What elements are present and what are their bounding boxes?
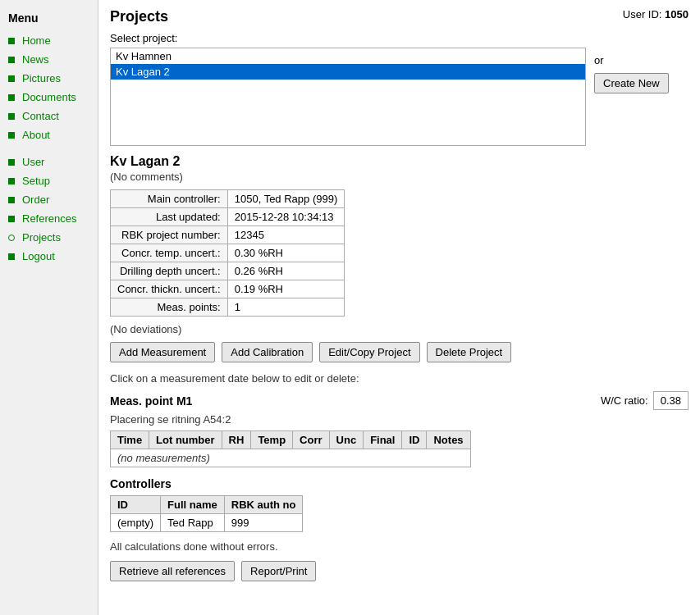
col-lot-number: Lot number <box>149 431 222 449</box>
page-header: Projects User ID: 1050 <box>110 8 689 25</box>
bullet-icon <box>8 38 15 44</box>
col-rh: RH <box>222 431 251 449</box>
bullet-icon <box>8 159 15 166</box>
field-value: 0.19 %RH <box>227 280 345 298</box>
sidebar-item-contact[interactable]: Contact <box>0 107 98 125</box>
main-content: Projects User ID: 1050 Select project: K… <box>98 0 700 615</box>
controller-name: Ted Rapp <box>161 514 225 532</box>
table-row: Last updated: 2015-12-28 10:34:13 <box>111 208 345 226</box>
bottom-buttons-group: Retrieve all references Report/Print <box>110 561 689 581</box>
controllers-section-title: Controllers <box>110 477 689 490</box>
circle-bullet-icon <box>8 235 15 241</box>
project-comments: (No comments) <box>110 171 689 183</box>
project-item-kv-hamnen[interactable]: Kv Hamnen <box>111 48 585 64</box>
user-id-display: User ID: 1050 <box>623 8 689 20</box>
bullet-icon <box>8 216 15 222</box>
table-row: Drilling depth uncert.: 0.26 %RH <box>111 262 345 280</box>
report-print-button[interactable]: Report/Print <box>241 561 316 581</box>
project-item-kv-lagan2[interactable]: Kv Lagan 2 <box>111 64 585 80</box>
sidebar-item-home[interactable]: Home <box>0 31 98 50</box>
col-corr: Corr <box>293 431 329 449</box>
bullet-icon <box>8 178 15 184</box>
retrieve-references-button[interactable]: Retrieve all references <box>110 561 235 581</box>
col-time: Time <box>111 431 149 449</box>
field-label: RBK project number: <box>111 226 228 244</box>
sidebar-item-projects[interactable]: Projects <box>0 228 98 247</box>
sidebar-item-pictures[interactable]: Pictures <box>0 69 98 88</box>
bullet-icon <box>8 253 15 260</box>
or-text: or <box>594 51 604 66</box>
click-hint: Click on a measurement date below to edi… <box>110 372 689 385</box>
project-name: Kv Lagan 2 <box>110 154 689 169</box>
sidebar-item-news[interactable]: News <box>0 50 98 69</box>
sidebar-item-setup[interactable]: Setup <box>0 171 98 190</box>
field-value: 0.26 %RH <box>227 262 345 280</box>
measurement-header: Meas. point M1 W/C ratio: 0.38 <box>110 391 689 410</box>
col-final: Final <box>364 431 402 449</box>
measurements-table: Time Lot number RH Temp Corr Unc Final I… <box>110 430 471 467</box>
bullet-icon <box>8 113 15 120</box>
table-row: (no measurements) <box>111 449 471 467</box>
bullet-icon <box>8 132 15 139</box>
wc-ratio-value: 0.38 <box>653 391 689 410</box>
field-label: Concr. thickn. uncert.: <box>111 280 228 298</box>
action-buttons-group: Add Measurement Add Calibration Edit/Cop… <box>110 342 689 362</box>
table-header-row: ID Full name RBK auth no <box>111 496 303 514</box>
sidebar: Menu Home News Pictures Documents Contac… <box>0 0 98 615</box>
field-value: 12345 <box>227 226 345 244</box>
sidebar-item-documents[interactable]: Documents <box>0 88 98 107</box>
controllers-table: ID Full name RBK auth no (empty) Ted Rap… <box>110 495 303 532</box>
project-selection-area: Kv Hamnen Kv Lagan 2 or Create New <box>110 48 689 146</box>
sidebar-item-about[interactable]: About <box>0 125 98 144</box>
controller-id: (empty) <box>111 514 161 532</box>
bullet-icon <box>8 57 15 63</box>
table-row: RBK project number: 12345 <box>111 226 345 244</box>
field-value: 1 <box>227 298 345 317</box>
create-new-button[interactable]: Create New <box>594 73 669 93</box>
bullet-icon <box>8 94 15 101</box>
table-row: Concr. temp. uncert.: 0.30 %RH <box>111 244 345 262</box>
col-full-name: Full name <box>161 496 225 514</box>
table-row: (empty) Ted Rapp 999 <box>111 514 303 532</box>
table-row: Meas. points: 1 <box>111 298 345 317</box>
delete-project-button[interactable]: Delete Project <box>427 342 512 362</box>
add-measurement-button[interactable]: Add Measurement <box>110 342 215 362</box>
measurement-title: Meas. point M1 <box>110 394 192 408</box>
field-value: 2015-12-28 10:34:13 <box>227 208 345 226</box>
col-temp: Temp <box>251 431 293 449</box>
col-unc: Unc <box>329 431 364 449</box>
col-rbk-auth: RBK auth no <box>224 496 303 514</box>
col-id: ID <box>402 431 427 449</box>
wc-ratio-display: W/C ratio: 0.38 <box>601 391 689 410</box>
field-label: Concr. temp. uncert.: <box>111 244 228 262</box>
field-label: Meas. points: <box>111 298 228 317</box>
wc-ratio-label: W/C ratio: <box>601 394 648 407</box>
sidebar-item-logout[interactable]: Logout <box>0 247 98 266</box>
col-notes: Notes <box>427 431 470 449</box>
edit-copy-project-button[interactable]: Edit/Copy Project <box>319 342 419 362</box>
sidebar-item-user[interactable]: User <box>0 153 98 171</box>
field-label: Main controller: <box>111 190 228 208</box>
sidebar-item-references[interactable]: References <box>0 209 98 228</box>
table-row: Main controller: 1050, Ted Rapp (999) <box>111 190 345 208</box>
sidebar-item-order[interactable]: Order <box>0 190 98 209</box>
table-header-row: Time Lot number RH Temp Corr Unc Final I… <box>111 431 471 449</box>
select-project-label: Select project: <box>110 32 689 44</box>
project-info-table: Main controller: 1050, Ted Rapp (999) La… <box>110 189 345 317</box>
page-title: Projects <box>110 8 168 25</box>
col-id: ID <box>111 496 161 514</box>
bullet-icon <box>8 75 15 82</box>
deviations-text: (No deviations) <box>110 323 689 335</box>
measurement-subtitle: Placering se ritning A54:2 <box>110 413 689 426</box>
add-calibration-button[interactable]: Add Calibration <box>222 342 313 362</box>
empty-measurements-row: (no measurements) <box>111 449 471 467</box>
field-label: Drilling depth uncert.: <box>111 262 228 280</box>
table-row: Concr. thickn. uncert.: 0.19 %RH <box>111 280 345 298</box>
project-listbox[interactable]: Kv Hamnen Kv Lagan 2 <box>110 48 586 146</box>
bullet-icon <box>8 197 15 203</box>
controller-rbk: 999 <box>224 514 303 532</box>
field-value: 1050, Ted Rapp (999) <box>227 190 345 208</box>
field-label: Last updated: <box>111 208 228 226</box>
field-value: 0.30 %RH <box>227 244 345 262</box>
calc-status-text: All calculations done without errors. <box>110 540 689 553</box>
